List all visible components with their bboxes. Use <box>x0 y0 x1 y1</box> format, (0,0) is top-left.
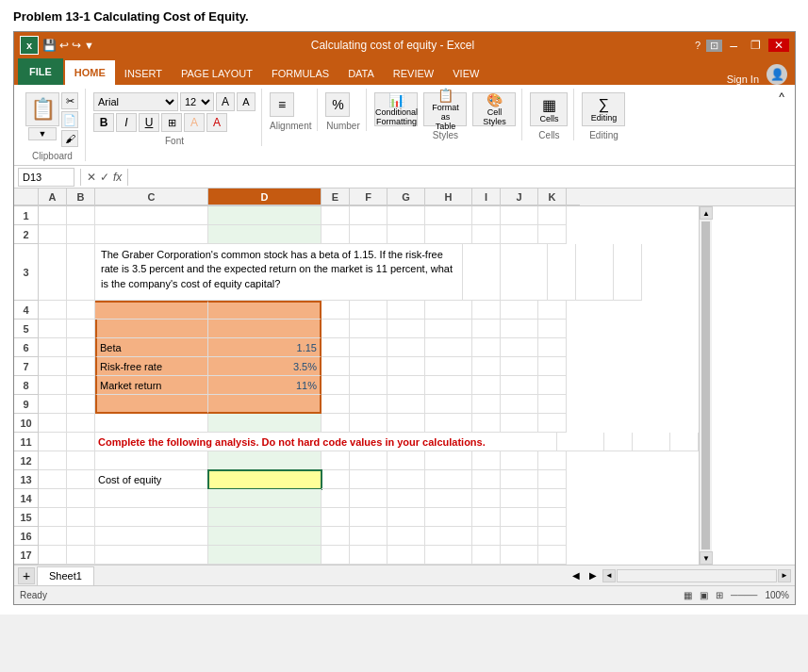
font-name-select[interactable]: Arial <box>93 92 178 111</box>
undo-icon[interactable]: ↩ <box>59 39 69 52</box>
tab-view[interactable]: VIEW <box>443 62 488 85</box>
cell-g14[interactable] <box>388 489 425 508</box>
cell-h2[interactable] <box>425 225 472 244</box>
cell-a12[interactable] <box>39 451 67 470</box>
cell-d4[interactable] <box>208 301 322 320</box>
cell-a15[interactable] <box>39 508 67 527</box>
cell-k10[interactable] <box>538 414 567 433</box>
tab-file[interactable]: FILE <box>18 58 63 85</box>
cell-c2[interactable] <box>95 225 208 244</box>
row-header-12[interactable]: 12 <box>14 451 39 470</box>
cell-i15[interactable] <box>472 508 501 527</box>
row-header-11[interactable]: 11 <box>14 433 39 451</box>
cell-k9[interactable] <box>538 395 567 414</box>
new-sheet-button[interactable]: + <box>18 567 35 584</box>
cell-d16[interactable] <box>208 527 322 546</box>
cell-h14[interactable] <box>425 489 472 508</box>
cells-button[interactable]: ▦ Cells <box>530 92 568 126</box>
cell-h1[interactable] <box>425 206 472 225</box>
cell-k14[interactable] <box>538 489 567 508</box>
cell-i2[interactable] <box>472 225 501 244</box>
cell-e8[interactable] <box>322 376 350 395</box>
cell-i4[interactable] <box>472 301 501 320</box>
cell-c1[interactable] <box>95 206 208 225</box>
cell-f5[interactable] <box>350 320 388 338</box>
cell-i11[interactable] <box>604 433 633 451</box>
view-layout-button[interactable]: ▣ <box>700 590 708 600</box>
cell-reference-box[interactable]: D13 <box>18 168 74 187</box>
cell-c13[interactable]: Cost of equity <box>95 470 208 489</box>
cell-g12[interactable] <box>388 451 425 470</box>
cell-a7[interactable] <box>39 357 67 376</box>
border-button[interactable]: ⊞ <box>161 113 182 132</box>
increase-font-button[interactable]: A <box>216 92 235 111</box>
cell-c7[interactable]: Risk-free rate <box>95 357 208 376</box>
cell-d2[interactable] <box>208 225 322 244</box>
cell-i17[interactable] <box>472 546 501 565</box>
vertical-scrollbar[interactable]: ▲ ▼ <box>699 206 712 565</box>
cell-i5[interactable] <box>472 320 501 338</box>
cell-b6[interactable] <box>67 338 95 357</box>
cell-c6[interactable]: Beta <box>95 338 208 357</box>
cell-e4[interactable] <box>322 301 350 320</box>
tab-formulas[interactable]: FORMULAS <box>262 62 338 85</box>
cell-a1[interactable] <box>39 206 67 225</box>
cell-d5[interactable] <box>208 320 322 338</box>
conditional-formatting-button[interactable]: 📊 ConditionalFormatting <box>374 92 418 126</box>
cell-f15[interactable] <box>350 508 388 527</box>
cell-d13[interactable] <box>208 470 322 489</box>
save-icon[interactable]: 💾 <box>42 39 57 52</box>
row-header-15[interactable]: 15 <box>14 508 39 527</box>
cell-f6[interactable] <box>350 338 388 357</box>
cell-a10[interactable] <box>39 414 67 433</box>
cell-b10[interactable] <box>67 414 95 433</box>
cell-f8[interactable] <box>350 376 388 395</box>
scroll-up-button[interactable]: ▲ <box>700 206 713 220</box>
cell-e6[interactable] <box>322 338 350 357</box>
cell-h5[interactable] <box>425 320 472 338</box>
cell-i8[interactable] <box>472 376 501 395</box>
cell-k16[interactable] <box>538 527 567 546</box>
cell-k11[interactable] <box>670 433 699 451</box>
cell-j2[interactable] <box>501 225 538 244</box>
cell-j14[interactable] <box>501 489 538 508</box>
cell-h17[interactable] <box>425 546 472 565</box>
row-header-14[interactable]: 14 <box>14 489 39 508</box>
italic-button[interactable]: I <box>116 113 137 132</box>
cell-b1[interactable] <box>67 206 95 225</box>
cell-a11[interactable] <box>39 433 67 451</box>
cell-d7[interactable]: 3.5% <box>208 357 322 376</box>
cell-j7[interactable] <box>501 357 538 376</box>
cell-d12[interactable] <box>208 451 322 470</box>
cell-e5[interactable] <box>322 320 350 338</box>
cell-c10[interactable] <box>95 414 208 433</box>
cell-f10[interactable] <box>350 414 388 433</box>
restore-button2[interactable]: ⊡ <box>706 40 722 52</box>
cell-j4[interactable] <box>501 301 538 320</box>
h-scroll-right[interactable]: ► <box>778 569 791 582</box>
cell-j8[interactable] <box>501 376 538 395</box>
customize-icon[interactable]: ▼ <box>84 40 94 51</box>
cell-k8[interactable] <box>538 376 567 395</box>
close-button[interactable]: ✕ <box>768 39 789 52</box>
cell-a6[interactable] <box>39 338 67 357</box>
cell-g1[interactable] <box>388 206 425 225</box>
cell-k5[interactable] <box>538 320 567 338</box>
scroll-down-button[interactable]: ▼ <box>700 551 713 565</box>
cell-i14[interactable] <box>472 489 501 508</box>
cell-k6[interactable] <box>538 338 567 357</box>
collapse-ribbon-button[interactable]: ^ <box>774 90 789 106</box>
cell-h9[interactable] <box>425 395 472 414</box>
tab-home[interactable]: HOME <box>65 60 115 85</box>
cell-k15[interactable] <box>538 508 567 527</box>
cell-h10[interactable] <box>425 414 472 433</box>
cell-d8[interactable]: 11% <box>208 376 322 395</box>
tab-insert[interactable]: INSERT <box>115 62 172 85</box>
cell-g9[interactable] <box>388 395 425 414</box>
cell-d6[interactable]: 1.15 <box>208 338 322 357</box>
view-normal-button[interactable]: ▦ <box>684 590 692 600</box>
row-header-6[interactable]: 6 <box>14 338 39 357</box>
row-header-7[interactable]: 7 <box>14 357 39 376</box>
cell-k7[interactable] <box>538 357 567 376</box>
cell-b7[interactable] <box>67 357 95 376</box>
